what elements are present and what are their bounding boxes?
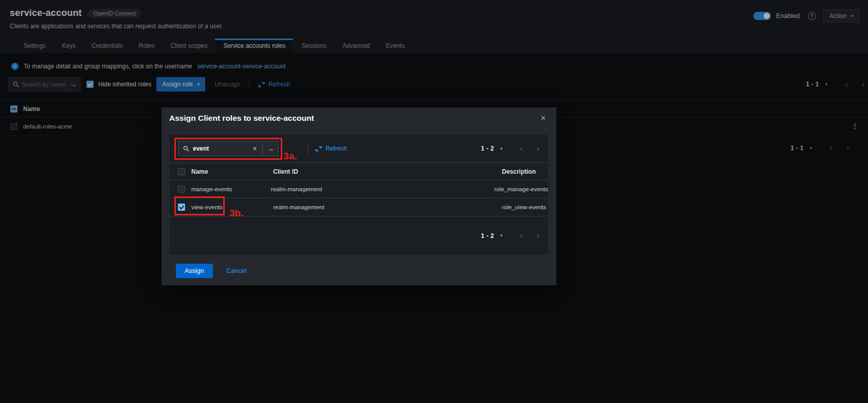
- pagination-next-icon[interactable]: ›: [536, 231, 540, 240]
- role-name: manage-events: [191, 186, 232, 192]
- role-description: role_view-events: [502, 204, 548, 210]
- modal-toolbar: ✕ → Refresh 1 - 2 ▾ ‹ ›: [178, 141, 540, 156]
- pagination-range: 1 - 2: [481, 232, 494, 240]
- modal-refresh-label: Refresh: [326, 145, 347, 152]
- modal-refresh-button[interactable]: Refresh: [315, 145, 347, 152]
- modal-toolbar-divider: [308, 143, 308, 154]
- caret-down-icon[interactable]: ▾: [500, 146, 503, 151]
- modal-pagination-bottom: 1 - 2 ▾ ‹ ›: [481, 231, 540, 240]
- pagination-prev-icon[interactable]: ‹: [519, 231, 523, 240]
- description-column-header: Description: [502, 168, 548, 175]
- modal-content-panel: ✕ → Refresh 1 - 2 ▾ ‹ › Name: [170, 135, 548, 254]
- modal-search-group: ✕ →: [178, 141, 279, 156]
- refresh-icon: [315, 145, 322, 152]
- pagination-range: 1 - 2: [481, 145, 494, 152]
- row-checkbox[interactable]: [178, 204, 185, 211]
- clear-search-icon[interactable]: ✕: [252, 145, 257, 152]
- pagination-prev-icon[interactable]: ‹: [519, 144, 523, 153]
- close-icon[interactable]: ✕: [540, 114, 546, 122]
- modal-title: Assign Client roles to service-account: [169, 114, 314, 123]
- pagination-next-icon[interactable]: ›: [536, 144, 540, 153]
- role-client-id: realm-management: [273, 204, 502, 210]
- modal-roles-table: Name Client ID Description manage-events…: [170, 162, 548, 216]
- modal-search-input[interactable]: [193, 145, 247, 152]
- modal-pagination-top: 1 - 2 ▾ ‹ ›: [481, 144, 540, 153]
- modal-select-all-checkbox[interactable]: [178, 168, 185, 175]
- role-name: view-events: [191, 204, 223, 210]
- cancel-button[interactable]: Cancel: [227, 267, 247, 274]
- assign-button[interactable]: Assign: [176, 264, 213, 278]
- table-row[interactable]: manage-events realm-management role_mana…: [170, 180, 548, 198]
- client-id-column-header: Client ID: [273, 168, 502, 175]
- table-row[interactable]: view-events realm-management role_view-e…: [170, 198, 548, 216]
- name-column-header: Name: [191, 168, 208, 175]
- modal-search-submit-button[interactable]: →: [262, 141, 278, 156]
- assign-client-roles-modal: Assign Client roles to service-account ✕…: [161, 107, 556, 285]
- caret-down-icon[interactable]: ▾: [500, 233, 503, 238]
- role-client-id: realm-management: [271, 186, 495, 192]
- row-checkbox[interactable]: [178, 186, 185, 193]
- modal-footer: Assign Cancel: [176, 264, 246, 278]
- modal-table-header: Name Client ID Description: [170, 162, 548, 180]
- search-icon: [183, 145, 189, 152]
- role-description: role_manage-events: [494, 186, 548, 192]
